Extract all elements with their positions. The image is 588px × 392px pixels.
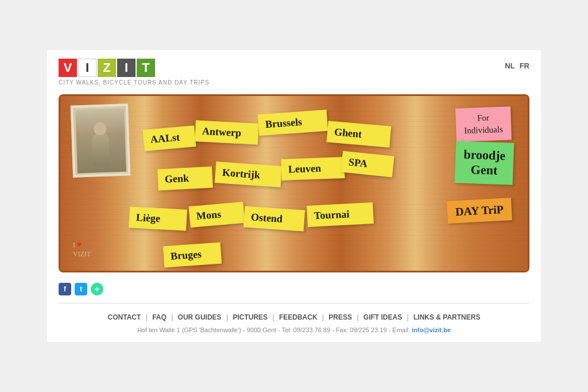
header: V I Z I T CITY WALKS, BICYCLE TOURS AND … xyxy=(47,50,541,89)
city-sticky-bruges[interactable]: Bruges xyxy=(163,243,222,268)
footer-nav: CONTACT | FAQ | OUR GUIDES | PICTURES | … xyxy=(47,306,541,324)
city-sticky-spa[interactable]: SPA xyxy=(341,151,394,177)
divider xyxy=(59,303,529,303)
logo-area: V I Z I T CITY WALKS, BICYCLE TOURS AND … xyxy=(59,59,210,86)
footer-separator: | xyxy=(225,313,230,321)
city-sticky-antwerp[interactable]: Antwerp xyxy=(195,120,259,145)
side-note-broodje-gent[interactable]: broodjeGent xyxy=(455,141,514,185)
love-badge: I ♥ VIZIT xyxy=(73,240,91,259)
heart-icon: ♥ xyxy=(77,240,82,249)
city-sticky-kortrijk[interactable]: Kortrijk xyxy=(215,162,282,187)
city-sticky-leuven[interactable]: Leuven xyxy=(281,157,345,180)
footer-nav-links---partners[interactable]: LINKS & PARTNERS xyxy=(413,313,480,321)
vintage-photo-inner xyxy=(75,108,126,173)
footer-nav-press[interactable]: PRESS xyxy=(328,313,352,321)
footer-nav-our-guides[interactable]: OUR GUIDES xyxy=(178,313,222,321)
logo-letter-i2: I xyxy=(117,59,136,77)
social-bar: f t ✈ xyxy=(47,278,541,300)
tripadvisor-icon[interactable]: ✈ xyxy=(91,283,103,295)
side-note-for-individuals[interactable]: ForIndividuals xyxy=(455,106,511,141)
facebook-icon[interactable]: f xyxy=(59,283,71,295)
love-text-vizit: VIZIT xyxy=(73,250,91,258)
lang-fr[interactable]: FR xyxy=(520,62,529,70)
logo-letter-v: V xyxy=(59,59,77,77)
page-wrapper: V I Z I T CITY WALKS, BICYCLE TOURS AND … xyxy=(47,50,541,342)
side-note-day-trip[interactable]: DAY TriP xyxy=(447,198,512,224)
logo-letter-z: Z xyxy=(98,59,116,77)
footer-separator: | xyxy=(144,313,149,321)
footer-separator: | xyxy=(355,313,361,321)
city-sticky-mons[interactable]: Mons xyxy=(189,202,245,228)
city-sticky-genk[interactable]: Genk xyxy=(157,167,213,191)
address-text: Hof ten Walle 1 (GPS 'Bachtenwalle') - 9… xyxy=(137,326,410,333)
logo-letter-t: T xyxy=(137,59,155,77)
city-sticky-tournai[interactable]: Tournai xyxy=(307,202,374,227)
footer-nav-contact[interactable]: CONTACT xyxy=(108,313,141,321)
logo-letters: V I Z I T xyxy=(59,59,210,77)
lang-switch: NL FR xyxy=(505,62,529,70)
logo-tagline: CITY WALKS, BICYCLE TOURS AND DAY TRIPS xyxy=(59,79,210,86)
board-bg: AALstAntwerpBrusselsGhentGenkKortrijkLeu… xyxy=(59,94,529,272)
footer-separator: | xyxy=(169,313,175,321)
twitter-icon[interactable]: t xyxy=(75,283,87,295)
footer-separator: | xyxy=(405,313,411,321)
footer-nav-feedback[interactable]: FEEDBACK xyxy=(279,313,318,321)
email-link[interactable]: info@vizit.be xyxy=(412,326,451,333)
city-sticky-ostend[interactable]: Ostend xyxy=(243,206,305,231)
footer-nav-faq[interactable]: FAQ xyxy=(152,313,167,321)
city-sticky-aalst[interactable]: AALst xyxy=(143,125,196,151)
love-text-i: I xyxy=(73,241,77,249)
footer-separator: | xyxy=(320,313,326,321)
footer-nav-gift-ideas[interactable]: GIFT IDEAS xyxy=(363,313,402,321)
lang-nl[interactable]: NL xyxy=(505,62,514,70)
footer-nav-pictures[interactable]: PICTURES xyxy=(233,313,268,321)
footer-separator: | xyxy=(270,313,276,321)
city-sticky-brussels[interactable]: Brussels xyxy=(258,110,328,136)
footer-address: Hof ten Walle 1 (GPS 'Bachtenwalle') - 9… xyxy=(47,324,541,342)
logo-letter-i1: I xyxy=(78,59,96,77)
footer-nav-links: CONTACT | FAQ | OUR GUIDES | PICTURES | … xyxy=(108,313,481,321)
city-sticky-ghent[interactable]: Ghent xyxy=(327,121,392,147)
city-sticky-lige[interactable]: Liège xyxy=(129,206,187,230)
vintage-photo xyxy=(71,103,130,177)
board-container: AALstAntwerpBrusselsGhentGenkKortrijkLeu… xyxy=(59,94,529,272)
